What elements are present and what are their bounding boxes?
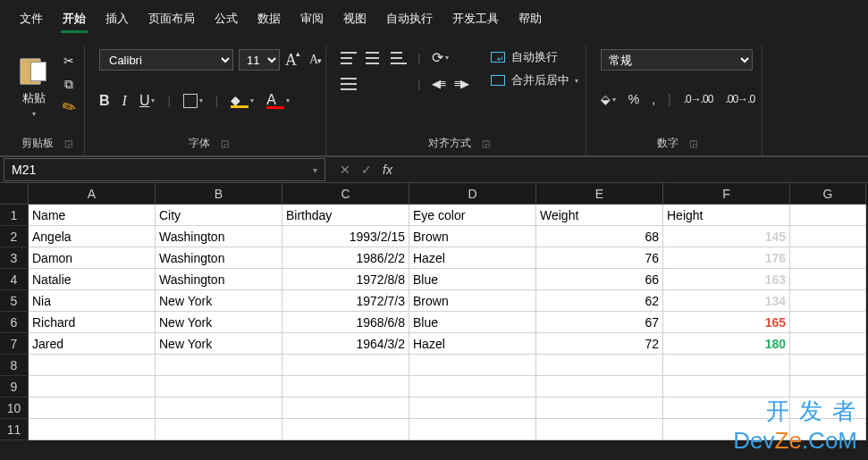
cell[interactable]: 1986/2/2 — [282, 247, 409, 269]
menu-item-3[interactable]: 页面布局 — [147, 7, 197, 33]
cell[interactable]: Damon — [29, 247, 156, 269]
cell[interactable]: 68 — [536, 226, 663, 247]
align-middle-icon[interactable] — [366, 52, 382, 64]
cell[interactable]: Natalie — [29, 269, 156, 290]
row-header[interactable]: 9 — [0, 376, 29, 397]
cell[interactable] — [29, 419, 156, 440]
cell[interactable]: Hazel — [409, 333, 536, 355]
merge-center-button[interactable]: 合并后居中 ▾ — [490, 72, 578, 88]
cell[interactable] — [282, 397, 409, 419]
row-header[interactable]: 1 — [0, 205, 29, 226]
cell[interactable] — [790, 376, 866, 397]
dialog-launcher-icon[interactable]: ◲ — [64, 138, 72, 148]
cell[interactable]: City — [156, 205, 282, 226]
fx-icon[interactable]: fx — [383, 163, 392, 177]
cell[interactable]: 1993/2/15 — [282, 226, 409, 247]
cell[interactable]: Eye color — [409, 205, 536, 226]
row-header[interactable]: 2 — [0, 226, 29, 247]
accounting-format-button[interactable]: ⬙▾ — [601, 92, 616, 106]
orientation-button[interactable]: ⟳▾ — [432, 49, 449, 66]
font-size-select[interactable]: 11 — [239, 49, 280, 71]
cell[interactable] — [790, 247, 866, 269]
cell[interactable] — [409, 376, 536, 397]
column-header[interactable]: C — [282, 183, 409, 205]
cell[interactable]: Washington — [156, 269, 282, 290]
cell[interactable]: 1972/8/8 — [282, 269, 409, 290]
cell[interactable] — [790, 397, 866, 419]
menu-item-6[interactable]: 审阅 — [299, 7, 325, 33]
bold-button[interactable]: B — [99, 93, 110, 109]
cell[interactable] — [156, 376, 282, 397]
comma-format-button[interactable]: , — [652, 92, 655, 106]
cell[interactable]: 1968/6/8 — [282, 312, 409, 333]
menu-item-0[interactable]: 文件 — [18, 7, 45, 33]
align-center-icon[interactable] — [366, 78, 382, 90]
menu-item-2[interactable]: 插入 — [104, 7, 131, 33]
number-format-select[interactable]: 常规 — [601, 49, 753, 71]
cell[interactable]: Hazel — [409, 247, 536, 269]
cell[interactable]: 67 — [536, 312, 663, 333]
name-box[interactable]: M21 ▾ — [4, 158, 325, 181]
confirm-formula-icon[interactable]: ✓ — [361, 163, 372, 177]
cell[interactable] — [29, 397, 156, 419]
cell[interactable]: 76 — [536, 247, 663, 269]
column-header[interactable]: B — [156, 183, 282, 205]
menu-item-10[interactable]: 帮助 — [517, 7, 544, 33]
cell[interactable] — [409, 419, 536, 440]
cell[interactable] — [536, 419, 663, 440]
cell[interactable]: 62 — [536, 290, 663, 312]
cell[interactable] — [790, 269, 866, 290]
cell[interactable] — [536, 355, 663, 376]
cell[interactable]: 1964/3/2 — [282, 333, 409, 355]
cell[interactable]: Jared — [29, 333, 156, 355]
menu-item-9[interactable]: 开发工具 — [451, 7, 501, 33]
cell[interactable] — [29, 355, 156, 376]
cell[interactable] — [536, 376, 663, 397]
cut-icon[interactable]: ✂ — [61, 53, 77, 69]
cell[interactable] — [156, 397, 282, 419]
menu-item-7[interactable]: 视图 — [341, 7, 368, 33]
increase-font-icon[interactable]: A — [285, 51, 297, 70]
menu-item-4[interactable]: 公式 — [213, 7, 240, 33]
wrap-text-button[interactable]: 自动换行 — [490, 49, 578, 65]
cell[interactable]: 1972/7/3 — [282, 290, 409, 312]
cell[interactable] — [536, 397, 663, 419]
menu-item-5[interactable]: 数据 — [256, 7, 282, 33]
cell[interactable] — [663, 419, 790, 440]
row-header[interactable]: 5 — [0, 290, 29, 312]
formula-input[interactable] — [403, 159, 868, 180]
cell[interactable]: Washington — [156, 226, 282, 247]
cell[interactable]: Washington — [156, 247, 282, 269]
increase-indent-icon[interactable]: ≡▶ — [454, 77, 468, 90]
align-bottom-icon[interactable] — [391, 52, 407, 64]
align-left-icon[interactable] — [341, 78, 357, 90]
cell[interactable] — [282, 355, 409, 376]
cell[interactable]: 66 — [536, 269, 663, 290]
cell[interactable] — [663, 376, 790, 397]
column-header[interactable]: G — [790, 183, 866, 205]
row-header[interactable]: 4 — [0, 269, 29, 290]
dialog-launcher-icon[interactable]: ◲ — [482, 138, 490, 148]
row-header[interactable]: 8 — [0, 355, 29, 376]
cell[interactable] — [29, 376, 156, 397]
cell[interactable]: Weight — [536, 205, 663, 226]
paste-button[interactable]: 粘贴 ▾ — [16, 49, 52, 121]
cell[interactable]: New York — [156, 333, 282, 355]
cell[interactable] — [790, 205, 866, 226]
decrease-indent-icon[interactable]: ◀≡ — [432, 77, 446, 90]
percent-format-button[interactable]: % — [628, 92, 639, 106]
cancel-formula-icon[interactable]: ✕ — [340, 163, 350, 177]
font-name-select[interactable]: Calibri — [99, 49, 233, 71]
cell[interactable] — [282, 419, 409, 440]
dialog-launcher-icon[interactable]: ◲ — [221, 138, 229, 148]
cell[interactable] — [156, 419, 282, 440]
cell[interactable]: Brown — [409, 290, 536, 312]
cell[interactable]: New York — [156, 312, 282, 333]
cell[interactable] — [156, 355, 282, 376]
row-header[interactable]: 6 — [0, 312, 29, 333]
cell[interactable]: Blue — [409, 312, 536, 333]
cell[interactable]: 165 — [663, 312, 790, 333]
cell[interactable]: Height — [663, 205, 790, 226]
fill-color-button[interactable]: ◆▾ — [231, 93, 254, 108]
cell[interactable]: New York — [156, 290, 282, 312]
